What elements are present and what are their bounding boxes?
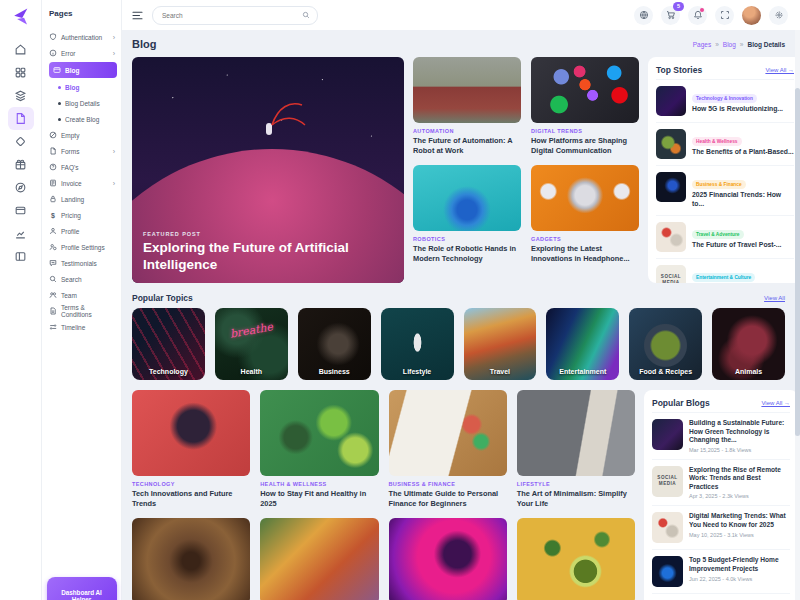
sidebar-subitem-blog-details[interactable]: Blog Details (49, 95, 117, 111)
blog-meta: Mar 15,2025 - 1.8k Views (689, 447, 790, 453)
article-card[interactable]: LIFESTYLE The Art of Minimalism: Simplif… (517, 390, 635, 509)
icon-rail (0, 0, 42, 600)
article-card[interactable]: AUTOMATION The Future of Automation: A R… (413, 57, 521, 156)
rail-panel-icon[interactable] (8, 245, 34, 268)
rail-pages-icon[interactable] (8, 107, 34, 130)
sidebar-item-label: Invoice (61, 180, 82, 187)
sidebar-item-label: Blog (65, 84, 79, 91)
rail-gift-icon[interactable] (8, 153, 34, 176)
story-item[interactable]: Technology & Innovation How 5G is Revolu… (656, 79, 794, 122)
sidebar-item-label: Pricing (61, 212, 81, 219)
top-stories-view-all-link[interactable]: View All → (765, 67, 794, 73)
breadcrumb-pages[interactable]: Pages (693, 41, 711, 48)
story-item[interactable]: Business & Finance 2025 Financial Trends… (656, 165, 794, 215)
scrollbar-thumb[interactable] (795, 88, 800, 436)
search-icon (49, 275, 57, 283)
sidebar-subitem-blog[interactable]: Blog (49, 79, 117, 95)
topic-label: Lifestyle (381, 368, 454, 375)
hamburger-menu-icon[interactable] (132, 11, 143, 20)
popular-blog-item[interactable]: Mastering the Art of ... (652, 593, 790, 600)
rail-wallet-icon[interactable] (8, 199, 34, 222)
fullscreen-button[interactable] (715, 6, 734, 25)
topic-label: Entertainment (546, 368, 619, 375)
search-input[interactable] (160, 11, 302, 20)
sidebar-item-testimonials[interactable]: Testimonials (49, 255, 117, 271)
popular-blog-item[interactable]: Building a Sustainable Future: How Green… (652, 412, 790, 459)
topic-tile-travel[interactable]: Travel (464, 308, 537, 380)
sidebar-item-landing[interactable]: Landing (49, 191, 117, 207)
user-avatar[interactable] (742, 6, 761, 25)
article-title: The Art of Minimalism: Simplify Your Lif… (517, 489, 635, 509)
topic-tile-animals[interactable]: Animals (712, 308, 785, 380)
sidebar-item-forms[interactable]: Forms › (49, 143, 117, 159)
article-card[interactable] (389, 518, 507, 600)
popular-blogs-view-all-link[interactable]: View All → (761, 400, 790, 406)
topic-tile-business[interactable]: Business (298, 308, 371, 380)
rail-chart-icon[interactable] (8, 222, 34, 245)
sidebar-item-timeline[interactable]: Timeline (49, 319, 117, 335)
sidebar-item-authentication[interactable]: Authentication › (49, 29, 117, 45)
cart-button[interactable]: 5 (661, 6, 680, 25)
story-item[interactable]: SOCIAL MEDIA Entertainment & Culture How… (656, 258, 794, 283)
blog-thumbnail (652, 419, 683, 450)
popular-blog-item[interactable]: SOCIAL MEDIA Exploring the Rise of Remot… (652, 459, 790, 506)
story-item[interactable]: Travel & Adventure The Future of Travel … (656, 215, 794, 258)
dashboard-ai-helper-button[interactable]: Dashboard AI Helper (47, 577, 117, 600)
language-globe-button[interactable] (634, 6, 653, 25)
topic-tile-food-recipes[interactable]: Food & Recipes (629, 308, 702, 380)
article-card[interactable]: DIGITAL TRENDS How Platforms are Shaping… (531, 57, 639, 156)
notifications-button[interactable] (688, 6, 707, 25)
sidebar-item-blog[interactable]: Blog (49, 62, 117, 78)
article-title: How Platforms are Shaping Digital Commun… (531, 136, 639, 156)
article-card[interactable]: BUSINESS & FINANCE The Ultimate Guide to… (389, 390, 507, 509)
article-card[interactable]: TECHNOLOGY Tech Innovations and Future T… (132, 390, 250, 509)
topics-view-all-link[interactable]: View All (764, 295, 785, 301)
article-card[interactable]: HEALTH & WELLNESS How to Stay Fit and He… (260, 390, 378, 509)
sidebar-item-invoice[interactable]: Invoice › (49, 175, 117, 191)
red-thread (250, 95, 310, 135)
topic-tile-technology[interactable]: Technology (132, 308, 205, 380)
popular-blog-item[interactable]: Top 5 Budget-Friendly Home Improvement P… (652, 549, 790, 593)
sidebar-item-error[interactable]: Error › (49, 45, 117, 61)
rail-home-icon[interactable] (8, 38, 34, 61)
article-image-computer (132, 390, 250, 476)
sidebar-subitem-create-blog[interactable]: Create Blog (49, 111, 117, 127)
lock-icon (49, 195, 57, 203)
settings-button[interactable] (769, 6, 788, 25)
blog-title: Digital Marketing Trends: What You Need … (689, 512, 790, 529)
sidebar-item-profile-settings[interactable]: Profile Settings (49, 239, 117, 255)
article-card[interactable] (517, 518, 635, 600)
sidebar-item-team[interactable]: Team (49, 287, 117, 303)
article-card[interactable]: GADGETS Exploring the Latest Innovations… (531, 165, 639, 264)
story-item[interactable]: Health & Wellness The Benefits of a Plan… (656, 122, 794, 165)
article-card[interactable] (260, 518, 378, 600)
sidebar-item-faqs[interactable]: FAQ's (49, 159, 117, 175)
sidebar-item-terms[interactable]: Terms & Conditions (49, 303, 117, 319)
rail-compass-icon[interactable] (8, 176, 34, 199)
sidebar-item-search[interactable]: Search (49, 271, 117, 287)
featured-post-card[interactable]: FEATURED POST Exploring the Future of Ar… (132, 57, 404, 283)
sidebar-item-pricing[interactable]: $ Pricing (49, 207, 117, 223)
article-card[interactable] (132, 518, 250, 600)
article-card[interactable]: ROBOTICS The Role of Robotic Hands in Mo… (413, 165, 521, 264)
topic-tile-lifestyle[interactable]: Lifestyle (381, 308, 454, 380)
brand-logo-icon[interactable] (11, 7, 30, 26)
sidebar-item-empty[interactable]: Empty (49, 127, 117, 143)
featured-title: Exploring the Future of Artificial Intel… (143, 240, 392, 274)
breadcrumb-blog[interactable]: Blog (723, 41, 736, 48)
topic-tile-health[interactable]: breatheHealth (215, 308, 288, 380)
rail-layers-icon[interactable] (8, 84, 34, 107)
chevron-right-icon: › (113, 50, 117, 57)
rail-widgets-icon[interactable] (8, 130, 34, 153)
blog-thumbnail (652, 512, 683, 543)
rail-dashboard-icon[interactable] (8, 61, 34, 84)
sidebar-item-label: Blog (65, 67, 79, 74)
story-thumbnail (656, 172, 686, 202)
sidebar-item-profile[interactable]: Profile (49, 223, 117, 239)
popular-blog-item[interactable]: Digital Marketing Trends: What You Need … (652, 505, 790, 549)
article-image-finance-charts (389, 390, 507, 476)
story-title: The Benefits of a Plant-Based... (692, 148, 794, 157)
info-icon (49, 49, 57, 57)
topic-tile-entertainment[interactable]: Entertainment (546, 308, 619, 380)
sidebar-item-label: Error (61, 50, 75, 57)
